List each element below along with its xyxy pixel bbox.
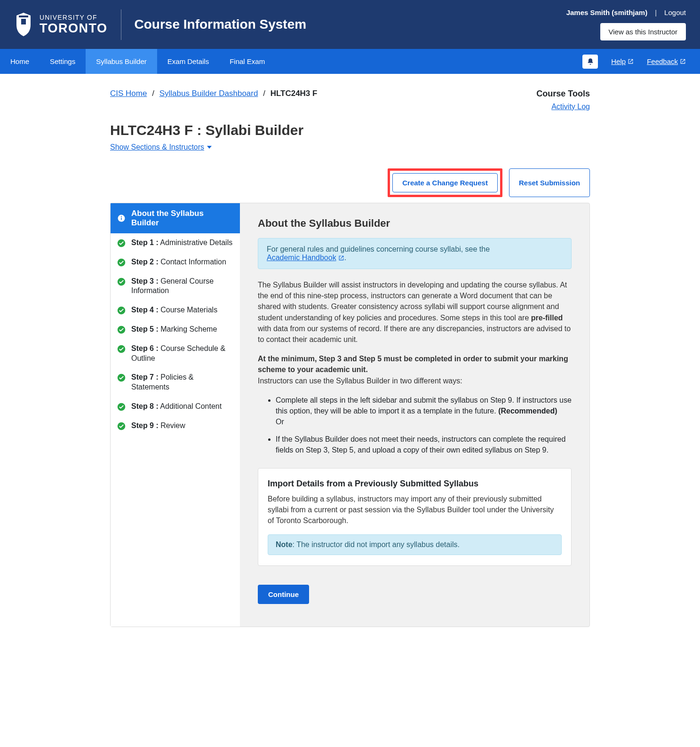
main-container: CIS Home / Syllabus Builder Dashboard / … [103,74,597,646]
logo-block[interactable]: UNIVERSITY OF TORONTO [14,12,108,38]
breadcrumb-sep: / [152,89,154,98]
step-text: Step 8 : Additional Content [131,402,222,412]
info-icon [117,214,126,223]
content: About the Syllabus Builder For general r… [240,203,589,627]
breadcrumb-home[interactable]: CIS Home [110,89,147,98]
import-card: Import Details from a Previously Submitt… [258,468,572,566]
main-panel: About the Syllabus Builder Step 1 : Admi… [110,203,590,627]
sidebar-header-label: About the Syllabus Builder [131,209,233,228]
info-box-post: . [344,254,346,262]
info-box-pre: For general rules and guidelines concern… [267,245,490,253]
help-link[interactable]: Help [611,57,634,65]
notifications-button[interactable] [582,55,598,69]
step-text: Step 2 : Contact Information [131,257,226,267]
help-label: Help [611,57,626,65]
import-title: Import Details from a Previously Submitt… [268,479,562,489]
toronto-label: TORONTO [40,21,108,36]
feedback-label: Feedback [647,57,678,65]
sidebar-header[interactable]: About the Syllabus Builder [111,203,240,233]
highlight-annotation: Create a Change Request [388,168,502,197]
course-tools: Course Tools Activity Log [536,89,590,111]
info-box: For general rules and guidelines concern… [258,238,572,269]
external-link-icon [338,255,344,261]
sidebar-step-3[interactable]: Step 3 : General Course Information [111,272,240,301]
app-title: Course Information System [135,17,566,32]
step-text: Step 6 : Course Schedule & Outline [131,344,233,364]
create-change-request-button[interactable]: Create a Change Request [392,173,498,192]
list-item: Complete all steps in the left sidebar a… [276,395,572,428]
check-circle-icon [117,258,126,267]
step-text: Step 7 : Policies & Statements [131,373,233,392]
nav-syllabus-builder[interactable]: Syllabus Builder [86,49,157,74]
sidebar-step-6[interactable]: Step 6 : Course Schedule & Outline [111,339,240,368]
user-display: James Smith (smithjam) [566,8,648,16]
sidebar-step-1[interactable]: Step 1 : Administrative Details [111,233,240,253]
separator: | [655,8,657,16]
sidebar-step-8[interactable]: Step 8 : Additional Content [111,397,240,416]
sidebar: About the Syllabus Builder Step 1 : Admi… [111,203,240,627]
para-intro: The Syllabus Builder will assist instruc… [258,279,572,345]
breadcrumb-dashboard[interactable]: Syllabus Builder Dashboard [159,89,258,98]
step-text: Step 9 : Review [131,421,185,431]
import-note-box: Note: The instructor did not import any … [268,534,562,555]
import-desc: Before building a syllabus, instructors … [268,493,562,526]
external-link-icon [628,58,634,64]
feedback-link[interactable]: Feedback [647,57,686,65]
step-text: Step 5 : Marking Scheme [131,325,217,334]
activity-log-link[interactable]: Activity Log [551,103,590,111]
check-circle-icon [117,422,126,430]
check-circle-icon [117,403,126,411]
breadcrumb-current: HLTC24H3 F [270,89,318,98]
usage-options-list: Complete all steps in the left sidebar a… [258,395,572,456]
header-right: James Smith (smithjam) | Logout View as … [566,8,686,40]
check-circle-icon [117,278,126,286]
course-tools-title: Course Tools [536,89,590,99]
check-circle-icon [117,345,126,353]
page-title: HLTC24H3 F : Syllabi Builder [110,122,590,138]
university-crest-icon [14,12,33,38]
external-link-icon [680,58,686,64]
check-circle-icon [117,306,126,315]
caret-down-icon [207,146,212,149]
nav-final-exam[interactable]: Final Exam [219,49,275,74]
show-sections-label: Show Sections & Instructors [110,143,204,151]
breadcrumb-sep: / [263,89,265,98]
header-divider [121,9,121,40]
nav-home[interactable]: Home [0,49,40,74]
continue-button[interactable]: Continue [258,585,309,604]
view-as-instructor-button[interactable]: View as this Instructor [600,23,686,40]
action-buttons: Create a Change Request Reset Submission [110,168,590,197]
step-text: Step 4 : Course Materials [131,305,217,315]
sidebar-step-7[interactable]: Step 7 : Policies & Statements [111,368,240,397]
list-item: If the Syllabus Builder does not meet th… [276,434,572,455]
step-text: Step 1 : Administrative Details [131,238,232,248]
check-circle-icon [117,374,126,382]
reset-submission-button[interactable]: Reset Submission [509,168,590,197]
sidebar-step-2[interactable]: Step 2 : Contact Information [111,253,240,272]
sidebar-step-4[interactable]: Step 4 : Course Materials [111,301,240,320]
academic-handbook-link[interactable]: Academic Handbook [267,254,344,262]
step-list: Step 1 : Administrative DetailsStep 2 : … [111,233,240,436]
show-sections-toggle[interactable]: Show Sections & Instructors [110,143,212,151]
logout-link[interactable]: Logout [664,8,686,16]
user-row: James Smith (smithjam) | Logout [566,8,686,16]
note-label: Note [276,540,293,548]
content-heading: About the Syllabus Builder [258,217,572,230]
nav-settings[interactable]: Settings [40,49,86,74]
check-circle-icon [117,326,126,334]
sidebar-step-5[interactable]: Step 5 : Marking Scheme [111,320,240,339]
nav-right: Help Feedback [582,55,700,69]
step-text: Step 3 : General Course Information [131,277,233,296]
breadcrumb: CIS Home / Syllabus Builder Dashboard / … [110,89,317,111]
check-circle-icon [117,239,126,247]
sidebar-step-9[interactable]: Step 9 : Review [111,416,240,436]
nav-exam-details[interactable]: Exam Details [157,49,219,74]
header: UNIVERSITY OF TORONTO Course Information… [0,0,700,49]
note-text: : The instructor did not import any syll… [293,540,460,548]
bell-icon [587,58,594,65]
university-of-label: UNIVERSITY OF [40,14,108,21]
top-row: CIS Home / Syllabus Builder Dashboard / … [110,89,590,111]
logo-text: UNIVERSITY OF TORONTO [40,14,108,36]
para-requirements: At the minimum, Step 3 and Step 5 must b… [258,353,572,386]
nav-bar: Home Settings Syllabus Builder Exam Deta… [0,49,700,74]
